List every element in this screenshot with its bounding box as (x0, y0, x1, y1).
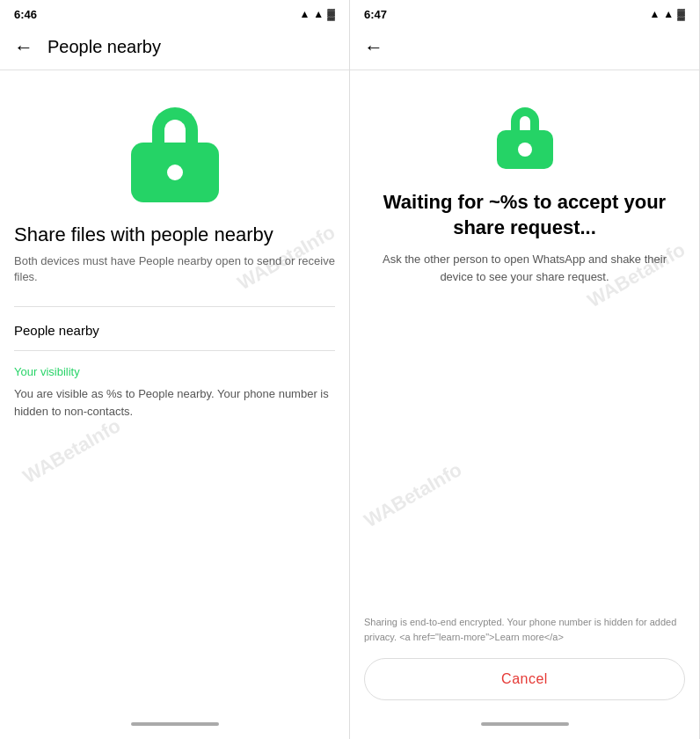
lock-body (131, 143, 219, 202)
lock-wrapper-left (131, 106, 219, 202)
back-button-left[interactable]: ← (14, 38, 33, 57)
lock-shackle-right (511, 107, 539, 132)
cancel-button[interactable]: Cancel (364, 658, 685, 700)
status-bar-left: 6:46 ▲ ▲ ▓ (0, 0, 349, 25)
status-icons-right: ▲ ▲ ▓ (649, 8, 685, 20)
lock-body-right (497, 130, 553, 169)
main-title: Share files with people nearby (14, 223, 335, 246)
home-bar-line-right (481, 722, 569, 726)
visibility-section: Your visibility You are visible as %s to… (14, 351, 335, 420)
status-bar-right: 6:47 ▲ ▲ ▓ (350, 0, 699, 25)
encryption-text: Sharing is end-to-end encrypted. Your ph… (364, 615, 685, 644)
waiting-title: Waiting for ~%s to accept your share req… (364, 190, 685, 240)
content-right: Waiting for ~%s to accept your share req… (350, 70, 699, 604)
lock-icon-large (131, 106, 219, 202)
content-left: Share files with people nearby Both devi… (0, 70, 349, 714)
screen-people-nearby: 6:46 ▲ ▲ ▓ ← People nearby Share files w… (0, 0, 350, 739)
signal-icon-right: ▲ (649, 8, 660, 20)
top-bar-left: ← People nearby (0, 25, 349, 70)
status-icons-left: ▲ ▲ ▓ (299, 8, 335, 20)
lock-wrapper-right (497, 106, 553, 169)
divider-top (14, 306, 335, 307)
top-bar-right: ← (350, 25, 699, 70)
sub-text: Both devices must have People nearby ope… (14, 253, 335, 285)
home-bar-line-left (131, 722, 219, 726)
lock-hole (167, 165, 183, 180)
signal-icon: ▲ (299, 8, 310, 20)
lock-icon-small (497, 106, 553, 169)
bottom-section: Sharing is end-to-end encrypted. Your ph… (350, 604, 699, 714)
back-button-right[interactable]: ← (364, 38, 383, 57)
lock-hole-right (518, 143, 532, 157)
home-bar-left (0, 714, 349, 739)
wifi-icon: ▲ (313, 8, 324, 20)
wifi-icon-right: ▲ (663, 8, 674, 20)
battery-icon-right: ▓ (677, 8, 685, 20)
battery-icon: ▓ (327, 8, 335, 20)
time-left: 6:46 (14, 8, 37, 21)
home-bar-right (350, 714, 699, 739)
page-title-left: People nearby (47, 37, 161, 57)
waiting-sub: Ask the other person to open WhatsApp an… (364, 251, 685, 285)
people-nearby-field[interactable]: People nearby (14, 311, 335, 351)
visibility-label: Your visibility (14, 365, 335, 378)
visibility-text: You are visible as %s to People nearby. … (14, 385, 335, 420)
screen-waiting: 6:47 ▲ ▲ ▓ ← Waiting for ~%s to accept y… (350, 0, 700, 739)
time-right: 6:47 (364, 8, 387, 21)
lock-shackle (152, 107, 198, 146)
